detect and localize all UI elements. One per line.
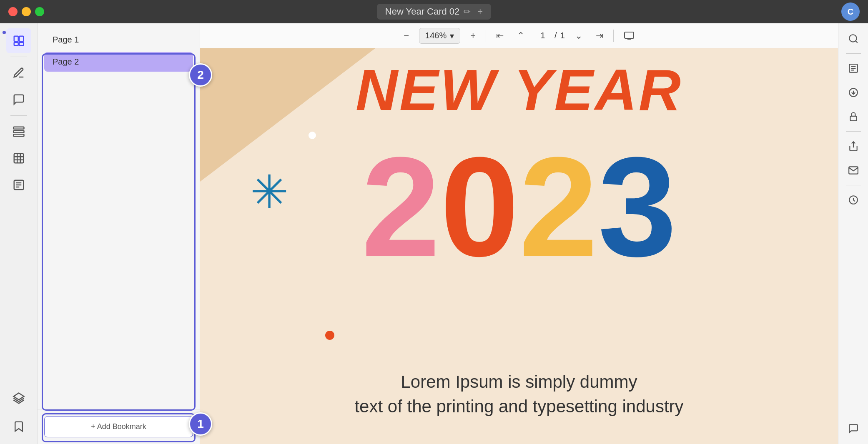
bookmark-section: + Add Bookmark (38, 409, 200, 444)
edit-title-icon[interactable]: ✏ (464, 7, 471, 17)
title-bar: New Year Card 02 ✏ + C (0, 0, 868, 23)
sidebar-item-annotate[interactable] (6, 87, 31, 112)
right-sidebar (838, 23, 868, 444)
main-area: Page 1 Page 2 + Add Bookmark 2 1 − 146% … (0, 23, 868, 444)
secure-button[interactable] (842, 105, 865, 128)
minimize-button[interactable] (22, 7, 31, 16)
sidebar-item-edit[interactable] (6, 60, 31, 85)
svg-rect-6 (13, 134, 24, 136)
sidebar-divider-1 (10, 57, 27, 57)
zoom-out-button[interactable]: − (400, 28, 412, 44)
first-page-button[interactable]: ⇤ (493, 28, 507, 44)
svg-rect-0 (14, 36, 18, 42)
digit-2a: 2 (361, 136, 440, 277)
svg-rect-14 (850, 116, 856, 121)
total-pages: 1 (560, 31, 565, 40)
window-title: New Year Card 02 (385, 6, 460, 17)
email-button[interactable] (842, 159, 865, 182)
zoom-level: 146% (425, 31, 447, 40)
svg-rect-3 (19, 42, 23, 46)
zoom-in-button[interactable]: + (467, 28, 479, 44)
svg-rect-5 (13, 131, 24, 133)
maximize-button[interactable] (35, 7, 44, 16)
sidebar-item-bookmark[interactable] (6, 414, 31, 439)
sidebar-item-pages[interactable] (6, 28, 31, 53)
extract-button[interactable] (842, 81, 865, 104)
prev-page-button[interactable]: ⌃ (514, 28, 528, 44)
svg-rect-2 (14, 42, 18, 46)
svg-rect-7 (14, 154, 23, 163)
save-button[interactable] (842, 189, 865, 211)
ocr-button[interactable] (842, 57, 865, 80)
sidebar-divider-2 (10, 115, 27, 116)
sidebar-item-forms[interactable] (6, 172, 31, 197)
comment-button[interactable] (842, 417, 865, 440)
toolbar-sep-2 (613, 30, 614, 42)
annotation-badge-1: 1 (189, 412, 212, 436)
digit-3: 3 (598, 136, 677, 277)
last-page-button[interactable]: ⇥ (592, 28, 607, 44)
add-bookmark-button[interactable]: + Add Bookmark (44, 416, 193, 437)
new-year-title: NEW YEAR (200, 61, 838, 119)
page-item-2[interactable]: Page 2 (44, 52, 193, 72)
svg-rect-1 (19, 36, 23, 42)
digit-0: 0 (440, 136, 519, 277)
digit-2b: 2 (519, 136, 598, 277)
svg-point-11 (849, 35, 856, 42)
add-tab-icon[interactable]: + (477, 6, 483, 17)
left-sidebar (0, 23, 38, 444)
window-controls (8, 7, 44, 16)
present-button[interactable] (620, 29, 638, 43)
pages-panel: Page 1 Page 2 + Add Bookmark 2 1 (38, 23, 200, 444)
share-button[interactable] (842, 135, 865, 157)
svg-rect-4 (13, 127, 24, 129)
orange-dot (325, 331, 334, 340)
sidebar-item-redact[interactable] (6, 146, 31, 171)
right-divider-3 (846, 185, 861, 185)
title-area: New Year Card 02 ✏ + (377, 4, 491, 20)
pages-list: Page 1 Page 2 (38, 23, 200, 409)
close-button[interactable] (8, 7, 18, 16)
current-page-input[interactable]: 1 (534, 31, 551, 40)
annotation-badge-2: 2 (189, 63, 212, 87)
next-page-button[interactable]: ⌄ (572, 28, 586, 44)
page-indicator: 1 / 1 (534, 31, 565, 40)
toolbar: − 146% ▾ + ⇤ ⌃ 1 / 1 ⌄ ⇥ (200, 23, 838, 48)
toolbar-sep-1 (486, 30, 486, 42)
year-display: 2 0 2 3 (200, 136, 838, 277)
page-sep: / (554, 31, 557, 40)
avatar[interactable]: C (841, 2, 860, 21)
zoom-dropdown-icon: ▾ (450, 31, 454, 41)
canvas-area: NEW YEAR ✳ 2 0 2 3 Lorem Ipsum is simply… (200, 48, 838, 444)
zoom-display[interactable]: 146% ▾ (419, 28, 460, 44)
right-divider-1 (846, 53, 861, 54)
sidebar-item-layers[interactable] (6, 386, 31, 411)
right-divider-2 (846, 131, 861, 132)
active-indicator (3, 31, 6, 34)
card-canvas: NEW YEAR ✳ 2 0 2 3 Lorem Ipsum is simply… (200, 48, 838, 444)
page-item-1[interactable]: Page 1 (44, 30, 193, 50)
search-button[interactable] (842, 27, 865, 50)
lorem-text: Lorem Ipsum is simply dummytext of the p… (200, 370, 838, 419)
sidebar-item-organize[interactable] (6, 119, 31, 144)
svg-rect-10 (625, 32, 634, 38)
